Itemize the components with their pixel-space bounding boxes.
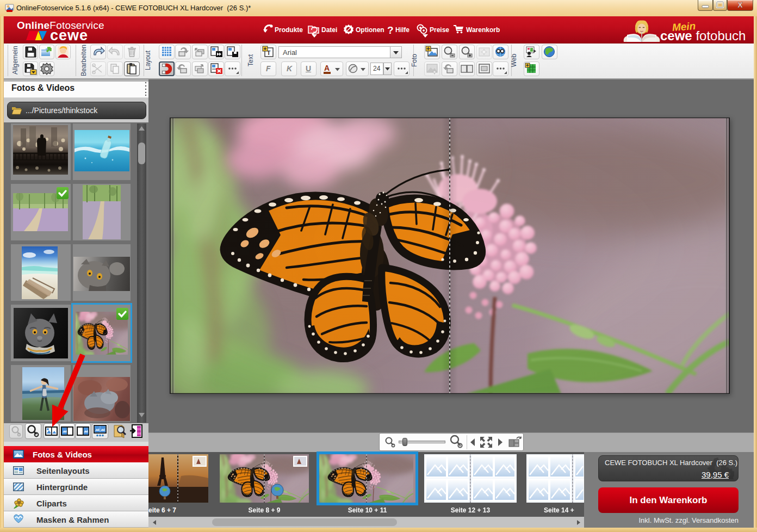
- svg-text:X: X: [737, 1, 743, 9]
